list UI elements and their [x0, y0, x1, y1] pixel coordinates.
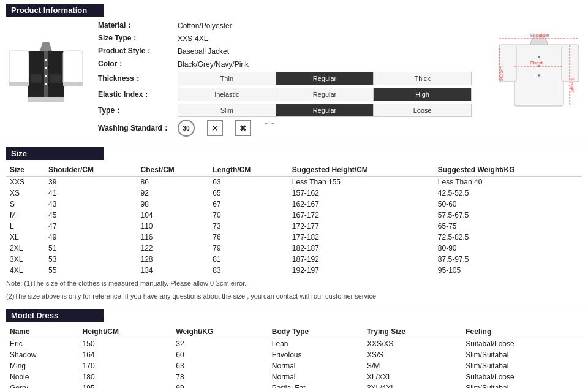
- table-cell: 76: [209, 232, 288, 243]
- svg-point-6: [45, 67, 47, 69]
- table-cell: 164: [79, 349, 173, 360]
- size-table-body: XXS398663Less Than 155Less Than 40XS4192…: [6, 177, 582, 276]
- table-cell: 99: [172, 382, 268, 388]
- table-cell: 63: [172, 360, 268, 371]
- product-info-section: Product Information: [0, 0, 588, 143]
- table-row: 4XL5513483192-19795-105: [6, 265, 582, 276]
- svg-rect-1: [9, 51, 29, 85]
- washing-row: Washing Standard： 30 ✕ ✖ ⌒: [98, 120, 490, 137]
- table-cell: Noble: [6, 371, 79, 382]
- table-row: Ming17063NormalS/MSlim/Suitabal: [6, 360, 582, 371]
- table-cell: 87.5-97.5: [434, 254, 582, 265]
- table-cell: L: [6, 221, 45, 232]
- table-cell: 116: [137, 232, 209, 243]
- table-cell: 110: [137, 221, 209, 232]
- material-label: Material：: [98, 20, 178, 31]
- table-cell: 53: [45, 254, 137, 265]
- table-cell: XS: [6, 188, 45, 199]
- table-cell: Suitabal/Loose: [462, 338, 582, 350]
- size-note-2: (2)The size above is only for reference.…: [6, 291, 582, 302]
- table-cell: 81: [209, 254, 288, 265]
- table-cell: 104: [137, 210, 209, 221]
- col-weight: Weight/KG: [172, 325, 268, 338]
- wash-icon-cross: ✕: [207, 120, 223, 136]
- table-cell: S: [6, 199, 45, 210]
- elastic-regular: Regular: [276, 88, 374, 101]
- table-row: XL4911676177-18272.5-82.5: [6, 232, 582, 243]
- color-label: Color：: [98, 59, 178, 69]
- type-slider: Slim Regular Loose: [178, 104, 472, 117]
- table-cell: Less Than 40: [434, 177, 582, 188]
- svg-rect-12: [31, 74, 42, 83]
- table-cell: 47: [45, 221, 137, 232]
- table-cell: 162-167: [288, 199, 434, 210]
- table-cell: 80-90: [434, 243, 582, 254]
- type-row: Type： Slim Regular Loose: [98, 104, 490, 117]
- table-cell: 72.5-82.5: [434, 232, 582, 243]
- col-chest: Chest/CM: [137, 164, 209, 177]
- svg-text:Sleeve: Sleeve: [499, 66, 505, 82]
- svg-point-7: [45, 75, 47, 77]
- svg-rect-11: [28, 97, 64, 102]
- washing-label: Washing Standard：: [98, 123, 178, 134]
- table-row: XS419265157-16242.5-52.5: [6, 188, 582, 199]
- model-header: Model Dress: [6, 309, 104, 322]
- wash-icon-hang: ⌒: [263, 120, 276, 137]
- table-cell: 32: [172, 338, 268, 350]
- product-style-row: Product Style： Baseball Jacket: [98, 46, 490, 56]
- thickness-label: Thickness：: [98, 74, 178, 84]
- type-slim: Slim: [178, 104, 276, 116]
- col-trying-size: Trying Size: [363, 325, 462, 338]
- table-cell: 57.5-67.5: [434, 210, 582, 221]
- table-row: Shadow16460FrivolousXS/SSlim/Suitabal: [6, 349, 582, 360]
- size-table-header-row: Size Shoulder/CM Chest/CM Length/CM Sugg…: [6, 164, 582, 177]
- table-cell: Slim/Suitabal: [462, 349, 582, 360]
- svg-point-28: [538, 74, 540, 77]
- table-cell: 67: [209, 199, 288, 210]
- type-loose: Loose: [374, 104, 471, 116]
- table-row: 3XL5312881187-19287.5-97.5: [6, 254, 582, 265]
- table-cell: 79: [209, 243, 288, 254]
- table-cell: 65-75: [434, 221, 582, 232]
- table-cell: 65: [209, 188, 288, 199]
- col-shoulder: Shoulder/CM: [45, 164, 137, 177]
- table-row: Gerry19599Partial Fat3XL/4XLSlim/Suitaba…: [6, 382, 582, 388]
- table-cell: Slim/Suitabal: [462, 360, 582, 371]
- table-cell: 49: [45, 232, 137, 243]
- elastic-label: Elastic Index：: [98, 89, 178, 100]
- table-cell: 128: [137, 254, 209, 265]
- svg-text:Length: Length: [570, 78, 575, 93]
- table-cell: 2XL: [6, 243, 45, 254]
- color-row: Color： Black/Grey/Navy/Pink: [98, 59, 490, 69]
- col-height: Height/CM: [79, 325, 173, 338]
- measurement-diagram: Shoulder Chest Length Sleeve: [496, 20, 582, 118]
- table-cell: 60: [172, 349, 268, 360]
- table-cell: Ming: [6, 360, 79, 371]
- svg-rect-10: [63, 82, 83, 86]
- thickness-regular: Regular: [276, 72, 374, 85]
- table-cell: 3XL/4XL: [363, 382, 462, 388]
- table-cell: Less Than 155: [288, 177, 434, 188]
- col-length: Length/CM: [209, 164, 288, 177]
- washing-icons: 30 ✕ ✖ ⌒: [178, 120, 276, 137]
- svg-point-27: [538, 65, 540, 67]
- svg-point-8: [45, 83, 47, 85]
- table-cell: 50-60: [434, 199, 582, 210]
- info-table: Material： Cotton/Polyester Size Type： XX…: [92, 20, 490, 139]
- wash-icon-30: 30: [178, 120, 195, 137]
- table-cell: 51: [45, 243, 137, 254]
- table-cell: 150: [79, 338, 173, 350]
- table-cell: S/M: [363, 360, 462, 371]
- table-cell: 55: [45, 265, 137, 276]
- thickness-slider: Thin Regular Thick: [178, 72, 472, 85]
- elastic-row: Elastic Index： Inelastic Regular High: [98, 88, 490, 101]
- table-cell: 39: [45, 177, 137, 188]
- size-type-label: Size Type：: [98, 33, 178, 44]
- model-table-header-row: Name Height/CM Weight/KG Body Type Tryin…: [6, 325, 582, 338]
- svg-point-26: [538, 56, 540, 58]
- size-header: Size: [6, 147, 104, 160]
- table-cell: 92: [137, 188, 209, 199]
- table-cell: 41: [45, 188, 137, 199]
- table-row: S439867162-16750-60: [6, 199, 582, 210]
- svg-rect-9: [9, 82, 29, 86]
